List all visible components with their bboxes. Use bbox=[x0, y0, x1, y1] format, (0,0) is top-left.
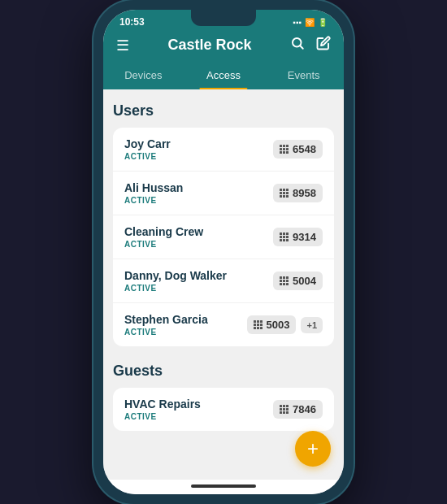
user-info-stephen-garcia: Stephen Garcia ACTIVE bbox=[124, 313, 208, 337]
access-code-badge: 8958 bbox=[273, 184, 323, 202]
access-code-badge: 5003 bbox=[247, 315, 297, 334]
header-actions bbox=[290, 36, 331, 54]
access-code-badge: 7846 bbox=[273, 400, 323, 419]
tab-devices[interactable]: Devices bbox=[103, 63, 184, 89]
user-name: Stephen Garcia bbox=[124, 313, 208, 326]
access-code-badge: 9314 bbox=[273, 228, 323, 246]
user-name: Ali Hussan bbox=[124, 181, 183, 194]
add-button[interactable]: + bbox=[295, 431, 331, 467]
list-item[interactable]: Danny, Dog Walker ACTIVE 5004 bbox=[113, 259, 334, 303]
keypad-icon bbox=[280, 145, 289, 154]
content-area: Users Joy Carr ACTIVE bbox=[103, 89, 344, 480]
user-status: ACTIVE bbox=[124, 240, 203, 249]
guests-section-title: Guests bbox=[113, 363, 334, 380]
user-info-danny: Danny, Dog Walker ACTIVE bbox=[124, 269, 227, 293]
user-status: ACTIVE bbox=[124, 328, 208, 337]
keypad-icon bbox=[280, 189, 289, 198]
phone-frame: 10:53 ▪▪▪ 🛜 🔋 ☰ Castle Rock D bbox=[93, 0, 354, 504]
list-item[interactable]: Ali Hussan ACTIVE 8958 bbox=[113, 172, 334, 215]
status-icons: ▪▪▪ 🛜 🔋 bbox=[293, 18, 328, 27]
user-info-joy-carr: Joy Carr ACTIVE bbox=[124, 137, 171, 161]
tab-bar: Devices Access Events bbox=[103, 63, 344, 89]
list-item[interactable]: Stephen Garcia ACTIVE 5003 +1 bbox=[113, 303, 334, 346]
keypad-icon bbox=[280, 276, 289, 285]
list-item[interactable]: Cleaning Crew ACTIVE 9314 bbox=[113, 215, 334, 259]
wifi-icon: 🛜 bbox=[305, 18, 315, 27]
user-status: ACTIVE bbox=[124, 152, 171, 161]
tab-events[interactable]: Events bbox=[263, 63, 344, 89]
menu-icon[interactable]: ☰ bbox=[116, 37, 129, 54]
users-section-title: Users bbox=[113, 102, 334, 119]
user-name: Cleaning Crew bbox=[124, 225, 203, 238]
user-badge: 8958 bbox=[273, 184, 323, 202]
keypad-icon bbox=[280, 405, 289, 414]
list-item[interactable]: HVAC Repairs ACTIVE 7846 bbox=[113, 388, 334, 431]
time: 10:53 bbox=[119, 16, 145, 28]
user-name: Joy Carr bbox=[124, 137, 171, 150]
app-header: ☰ Castle Rock bbox=[103, 31, 344, 63]
user-badge: 9314 bbox=[273, 228, 323, 246]
svg-line-1 bbox=[300, 46, 302, 48]
guest-status: ACTIVE bbox=[124, 412, 201, 421]
access-code-badge: 6548 bbox=[273, 140, 323, 159]
header-title: Castle Rock bbox=[167, 37, 251, 54]
user-status: ACTIVE bbox=[124, 284, 227, 293]
extra-badge: +1 bbox=[301, 317, 323, 333]
guest-name: HVAC Repairs bbox=[124, 398, 201, 411]
user-badge: 5003 +1 bbox=[247, 315, 323, 334]
user-info-cleaning-crew: Cleaning Crew ACTIVE bbox=[124, 225, 203, 249]
user-badge: 6548 bbox=[273, 140, 323, 159]
user-status: ACTIVE bbox=[124, 196, 183, 205]
edit-icon[interactable] bbox=[316, 36, 331, 54]
notch bbox=[191, 10, 256, 26]
keypad-icon bbox=[254, 320, 263, 329]
users-list: Joy Carr ACTIVE 6548 bbox=[113, 128, 334, 346]
tab-access[interactable]: Access bbox=[184, 63, 264, 89]
guest-badge: 7846 bbox=[273, 400, 323, 419]
user-info-ali-hussan: Ali Hussan ACTIVE bbox=[124, 181, 183, 205]
guest-info-hvac: HVAC Repairs ACTIVE bbox=[124, 398, 201, 421]
home-indicator bbox=[103, 480, 344, 494]
search-icon[interactable] bbox=[290, 36, 305, 54]
user-name: Danny, Dog Walker bbox=[124, 269, 227, 282]
phone-screen: 10:53 ▪▪▪ 🛜 🔋 ☰ Castle Rock D bbox=[103, 10, 344, 494]
keypad-icon bbox=[280, 232, 289, 241]
signal-icon: ▪▪▪ bbox=[293, 18, 302, 27]
home-bar bbox=[191, 484, 256, 488]
battery-icon: 🔋 bbox=[318, 18, 328, 27]
list-item[interactable]: Joy Carr ACTIVE 6548 bbox=[113, 128, 334, 172]
guests-list: HVAC Repairs ACTIVE 7846 bbox=[113, 388, 334, 431]
user-badge: 5004 bbox=[273, 272, 323, 290]
access-code-badge: 5004 bbox=[273, 272, 323, 290]
